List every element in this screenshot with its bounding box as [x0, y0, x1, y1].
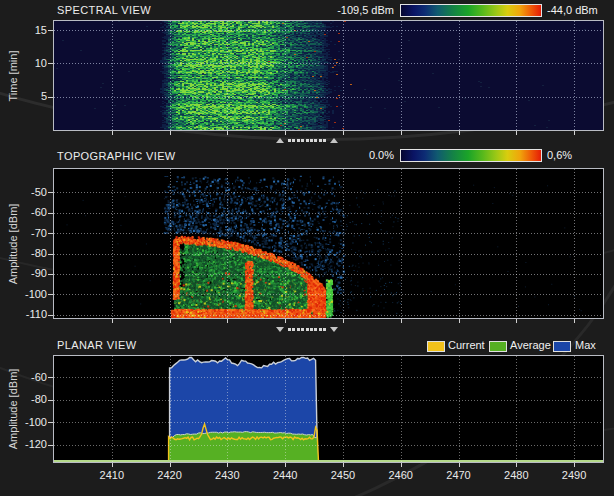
splitter-arrow-icon[interactable]: [330, 138, 338, 143]
spectral-colorbar-min-label: -109,5 dBm: [300, 4, 394, 16]
legend-average-swatch: [489, 341, 507, 352]
splitter-grip-dot[interactable]: [292, 328, 295, 331]
planar-y-tick-label: -100: [15, 416, 47, 429]
splitter-grip-dot[interactable]: [297, 328, 300, 331]
splitter-grip-dot[interactable]: [310, 139, 313, 142]
splitter-grip-dot[interactable]: [306, 328, 309, 331]
splitter-grip-dot[interactable]: [292, 139, 295, 142]
spectral-amplitude-colorbar: [400, 4, 542, 17]
spectral-colorbar-max-label: -44,0 dBm: [547, 4, 598, 16]
planar-canvas[interactable]: [54, 356, 603, 462]
frequency-tick-mark: [401, 319, 402, 323]
frequency-tick-label: 2430: [207, 469, 247, 481]
frequency-tick-mark: [516, 319, 517, 323]
planar-y-tick-mark: [48, 377, 53, 378]
legend-max-label: Max: [575, 339, 596, 351]
spectral-y-tick-label: 5: [15, 90, 47, 103]
frequency-tick-mark: [112, 463, 113, 467]
topographic-view-title: TOPOGRAPHIC VIEW: [57, 150, 176, 162]
splitter-grip-dot[interactable]: [301, 139, 304, 142]
topographic-colorbar-min-label: 0.0%: [330, 149, 394, 161]
frequency-tick-label: 2410: [92, 469, 132, 481]
splitter-grip-dot[interactable]: [323, 328, 326, 331]
splitter-grip-dot[interactable]: [314, 139, 317, 142]
spectral-y-tick-label: 15: [15, 24, 47, 37]
frequency-tick-mark: [459, 463, 460, 467]
frequency-tick-label: 2460: [381, 469, 421, 481]
frequency-tick-mark: [227, 131, 228, 135]
frequency-tick-mark: [227, 319, 228, 323]
topographic-plot[interactable]: [53, 168, 604, 319]
frequency-tick-mark: [459, 131, 460, 135]
splitter-grip-dot[interactable]: [319, 139, 322, 142]
spectral-y-tick-mark: [48, 30, 53, 31]
topographic-canvas[interactable]: [54, 169, 603, 318]
topographic-y-tick-mark: [48, 315, 53, 316]
splitter-arrow-icon[interactable]: [330, 327, 338, 332]
planar-y-tick-mark: [48, 445, 53, 446]
frequency-tick-label: 2450: [323, 469, 363, 481]
topographic-y-tick-label: -70: [15, 227, 47, 240]
splitter-grip-dot[interactable]: [306, 139, 309, 142]
frequency-tick-label: 2480: [496, 469, 536, 481]
splitter-grip-dot[interactable]: [288, 328, 291, 331]
topographic-y-tick-label: -80: [15, 247, 47, 260]
panel-splitter-spectral-topographic[interactable]: [0, 135, 614, 145]
splitter-grip-dot[interactable]: [301, 328, 304, 331]
splitter-grip-dot[interactable]: [288, 139, 291, 142]
splitter-arrow-icon[interactable]: [276, 327, 284, 332]
frequency-tick-mark: [574, 131, 575, 135]
planar-y-tick-label: -120: [15, 438, 47, 451]
spectral-waterfall-plot[interactable]: [53, 20, 604, 131]
planar-y-tick-mark: [48, 422, 53, 423]
planar-plot[interactable]: [53, 355, 604, 463]
spectral-view-title: SPECTRAL VIEW: [57, 4, 151, 16]
panel-splitter-topographic-planar[interactable]: [0, 324, 614, 334]
frequency-tick-mark: [285, 319, 286, 323]
topographic-y-tick-label: -90: [15, 267, 47, 280]
splitter-arrow-icon[interactable]: [276, 138, 284, 143]
topographic-y-tick-mark: [48, 294, 53, 295]
topographic-y-tick-mark: [48, 213, 53, 214]
frequency-tick-mark: [112, 131, 113, 135]
splitter-grip-dot[interactable]: [310, 328, 313, 331]
frequency-tick-mark: [516, 131, 517, 135]
planar-view-title: PLANAR VIEW: [57, 339, 137, 351]
splitter-grip-dot[interactable]: [314, 328, 317, 331]
splitter-grip-dot[interactable]: [297, 139, 300, 142]
frequency-tick-mark: [516, 463, 517, 467]
splitter-grip-dot[interactable]: [323, 139, 326, 142]
spectral-waterfall-canvas[interactable]: [54, 21, 603, 130]
spectral-y-tick-mark: [48, 63, 53, 64]
frequency-tick-mark: [343, 131, 344, 135]
legend-current-label: Current: [448, 339, 485, 351]
topographic-y-tick-label: -110: [15, 308, 47, 321]
frequency-tick-mark: [170, 131, 171, 135]
planar-y-tick-label: -60: [15, 371, 47, 384]
frequency-tick-mark: [574, 319, 575, 323]
frequency-tick-mark: [401, 131, 402, 135]
frequency-tick-mark: [401, 463, 402, 467]
topographic-y-tick-mark: [48, 233, 53, 234]
spectral-y-tick-mark: [48, 97, 53, 98]
frequency-tick-mark: [343, 463, 344, 467]
legend-average-label: Average: [510, 339, 551, 351]
legend-current-swatch: [427, 341, 445, 352]
topographic-y-tick-mark: [48, 254, 53, 255]
frequency-tick-mark: [343, 319, 344, 323]
topographic-colorbar-max-label: 0,6%: [547, 149, 572, 161]
planar-y-tick-label: -80: [15, 393, 47, 406]
legend-max-swatch: [553, 341, 571, 352]
frequency-tick-mark: [285, 131, 286, 135]
splitter-grip-dot[interactable]: [319, 328, 322, 331]
frequency-tick-label: 2490: [554, 469, 594, 481]
topographic-density-colorbar: [400, 149, 542, 162]
frequency-tick-mark: [285, 463, 286, 467]
topographic-y-tick-label: -100: [15, 288, 47, 301]
topographic-y-tick-mark: [48, 192, 53, 193]
topographic-y-tick-label: -50: [15, 186, 47, 199]
frequency-tick-label: 2470: [439, 469, 479, 481]
topographic-y-tick-mark: [48, 274, 53, 275]
frequency-tick-mark: [170, 319, 171, 323]
frequency-tick-mark: [459, 319, 460, 323]
